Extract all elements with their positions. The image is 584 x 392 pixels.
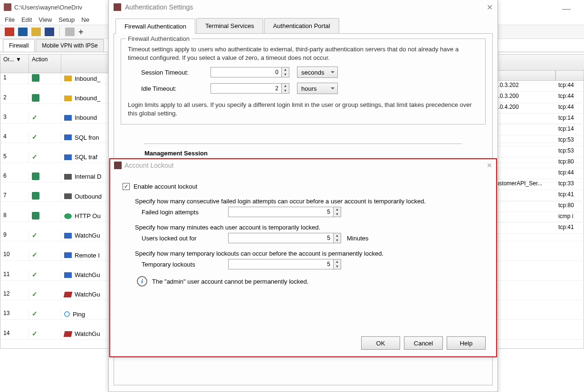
right-row: tcp:41 [489, 190, 584, 201]
auth-titlebar: Authentication Settings ✕ [109, 0, 498, 14]
policy-type-icon [64, 272, 72, 278]
cancel-button[interactable]: Cancel [404, 336, 443, 350]
toolbar-icon-1[interactable] [5, 28, 14, 36]
row-order: 2 [0, 93, 29, 104]
failed-attempts-desc: Specify how many consecutive failed logi… [135, 198, 484, 205]
tab-mobile-vpn[interactable]: Mobile VPN with IPSe [36, 39, 104, 52]
row-order: 4 [0, 132, 29, 143]
enable-lockout-checkbox[interactable]: ✓ Enable account lockout [123, 183, 484, 190]
lockout-titlebar: Account Lockout ✕ [110, 159, 496, 172]
row-order: 9 [0, 230, 29, 241]
check-icon: ✓ [32, 114, 38, 121]
check-icon: ✓ [32, 330, 38, 337]
idle-timeout-input[interactable] [211, 83, 282, 94]
toolbar-icon-2[interactable] [18, 28, 28, 36]
shield-icon [32, 172, 39, 180]
right-col-to[interactable]: o [489, 70, 555, 81]
menu-edit[interactable]: Edit [21, 16, 32, 23]
info-icon: i [137, 276, 147, 287]
spin-up-icon[interactable]: ▲ [334, 207, 341, 212]
right-port: tcp:44 [555, 81, 584, 92]
shield-icon [32, 74, 39, 82]
tab-terminal-services[interactable]: Terminal Services [196, 18, 263, 33]
row-order: 14 [0, 329, 29, 340]
locked-for-spinner[interactable]: ▲▼ [228, 233, 341, 243]
spin-up-icon[interactable]: ▲ [334, 259, 341, 264]
minimize-icon[interactable]: — [562, 4, 571, 14]
help-button[interactable]: Help [447, 336, 486, 350]
shield-icon [32, 212, 39, 220]
session-unit-combo[interactable]: seconds [297, 67, 338, 78]
tab-auth-portal[interactable]: Authentication Portal [264, 18, 339, 33]
row-action: ✓ [29, 250, 61, 261]
temp-lockouts-spinner[interactable]: ▲▼ [228, 259, 341, 269]
tab-firewall-auth[interactable]: Firewall Authentication [115, 19, 195, 34]
row-action: ✓ [29, 309, 61, 320]
session-timeout-input[interactable] [211, 67, 282, 77]
ok-button[interactable]: OK [361, 336, 400, 350]
close-icon[interactable]: ✕ [487, 3, 493, 12]
right-to [489, 157, 555, 168]
check-icon: ✓ [32, 133, 38, 141]
spin-up-icon[interactable]: ▲ [282, 84, 289, 88]
close-icon[interactable]: ✕ [487, 162, 492, 169]
right-port: tcp:14 [555, 124, 584, 135]
app-icon [114, 3, 121, 11]
admin-info-text: The "admin" user account cannot be perma… [152, 278, 308, 285]
right-to [489, 168, 555, 179]
menu-file[interactable]: File [5, 16, 15, 23]
right-port: tcp:80 [555, 201, 584, 212]
session-timeout-spinner[interactable]: ▲▼ [211, 67, 289, 77]
tab-firewall[interactable]: Firewall [3, 39, 35, 52]
right-port: tcp:80 [555, 157, 584, 168]
temp-lockouts-input[interactable] [228, 259, 334, 269]
right-col-port[interactable] [555, 70, 584, 81]
firewall-auth-group: Firewall Authentication Timeout settings… [121, 38, 486, 124]
right-to: CustomerAPI_Ser... [489, 179, 555, 190]
right-port: tcp:41 [555, 223, 584, 234]
policy-type-icon [64, 252, 72, 258]
right-row: 10.0.3.202tcp:44 [489, 81, 584, 92]
row-action [29, 172, 61, 182]
spin-down-icon[interactable]: ▼ [334, 264, 341, 269]
spin-up-icon[interactable]: ▲ [282, 67, 289, 72]
spin-down-icon[interactable]: ▼ [334, 212, 341, 217]
shield-icon [32, 192, 39, 200]
policy-name-text: WatchGu [75, 232, 100, 239]
right-to [489, 135, 555, 146]
menu-view[interactable]: View [38, 16, 52, 23]
separator [59, 27, 60, 37]
idle-unit-combo[interactable]: hours [297, 83, 338, 94]
locked-for-input[interactable] [228, 233, 334, 243]
policy-name-text: WatchGu [75, 291, 100, 298]
spin-down-icon[interactable]: ▼ [282, 88, 289, 93]
menu-setup[interactable]: Setup [58, 16, 75, 23]
col-order[interactable]: Or... ▼ [0, 55, 29, 73]
failed-attempts-spinner[interactable]: ▲▼ [228, 207, 341, 217]
row-action: ✓ [29, 152, 61, 163]
right-row: tcp:80 [489, 201, 584, 212]
spin-down-icon[interactable]: ▼ [334, 238, 341, 243]
spin-up-icon[interactable]: ▲ [334, 233, 341, 238]
locked-minutes-desc: Specify how many minutes each user accou… [135, 224, 484, 231]
group-legend: Firewall Authentication [126, 35, 191, 42]
open-icon[interactable] [31, 28, 41, 36]
right-row: tcp:53 [489, 135, 584, 146]
col-action[interactable]: Action [29, 55, 61, 73]
menu-network[interactable]: Ne [81, 16, 89, 23]
management-session-header: Management Session [144, 143, 462, 157]
idle-timeout-spinner[interactable]: ▲▼ [211, 83, 289, 94]
spin-down-icon[interactable]: ▼ [282, 72, 289, 77]
right-to [489, 190, 555, 201]
right-row: tcp:80 [489, 157, 584, 168]
add-icon[interactable]: + [78, 28, 84, 36]
right-to [489, 146, 555, 157]
failed-attempts-input[interactable] [228, 207, 334, 217]
right-row: tcp:53 [489, 146, 584, 157]
toolbar-icon-5[interactable] [65, 28, 75, 36]
right-port: tcp:44 [555, 168, 584, 179]
right-to: 10.0.4.200 [489, 103, 555, 114]
policy-type-icon [64, 96, 72, 101]
row-action: ✓ [29, 230, 61, 241]
save-icon[interactable] [45, 28, 54, 36]
